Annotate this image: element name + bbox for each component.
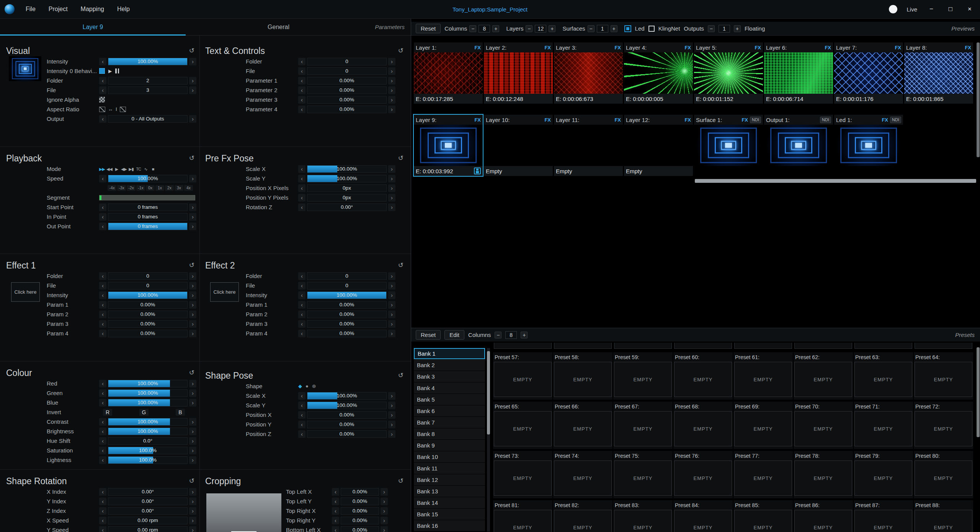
preset-cell[interactable]: Preset 76: EMPTY	[673, 451, 733, 498]
bank-item[interactable]: Bank 2	[414, 360, 485, 371]
fx-badge[interactable]: FX	[544, 45, 551, 50]
decrement-button[interactable]: ‹	[298, 106, 305, 113]
increment-button[interactable]: ›	[388, 175, 395, 182]
bank-item[interactable]: Bank 14	[414, 497, 485, 508]
param-slider[interactable]: 0.0°	[108, 437, 188, 445]
param-slider[interactable]: 0.00%	[341, 526, 379, 532]
layer-thumbnail[interactable]	[694, 125, 763, 166]
increment-button[interactable]: ›	[189, 517, 196, 524]
layer-card[interactable]: Layer 10: FX Empty	[484, 115, 553, 176]
decrement-button[interactable]: ‹	[99, 291, 106, 299]
led-checkbox[interactable]	[624, 25, 631, 32]
layer-card[interactable]: Layer 12: FX Empty	[624, 115, 693, 176]
param-slider[interactable]: 0	[108, 282, 188, 290]
increment-button[interactable]: ›	[189, 498, 196, 505]
param-slider[interactable]: 100.0%	[108, 456, 188, 464]
reset-icon[interactable]: ↺	[189, 369, 194, 377]
preset-cell-partial[interactable]	[614, 343, 672, 349]
minimize-button[interactable]: −	[926, 5, 936, 13]
layer-thumbnail[interactable]	[414, 125, 483, 166]
preset-cell-partial[interactable]	[734, 343, 792, 349]
cropping-preview[interactable]	[206, 493, 281, 532]
preset-cell[interactable]: Preset 68: EMPTY	[673, 402, 733, 449]
param-slider[interactable]: 100.00%	[307, 402, 387, 409]
presets-scrollbar-thumb[interactable]	[977, 347, 980, 437]
layer-thumbnail[interactable]	[554, 52, 623, 94]
decrement-button[interactable]: ‹	[99, 507, 106, 515]
preset-cell[interactable]: Preset 88: EMPTY	[914, 500, 973, 532]
increment-button[interactable]: ›	[189, 58, 196, 65]
aspect-scale-icon[interactable]	[99, 107, 105, 112]
shape-type-icon[interactable]: ●	[305, 383, 309, 389]
fx-badge[interactable]: FX	[474, 117, 481, 123]
bank-item[interactable]: Bank 15	[414, 509, 485, 520]
decrement-button[interactable]: ‹	[99, 517, 106, 524]
preset-cell[interactable]: Preset 79: EMPTY	[854, 451, 913, 498]
decrement-button[interactable]: ‹	[298, 291, 305, 299]
param-slider[interactable]: 100.00%	[307, 165, 387, 173]
playback-mode-icon[interactable]: ◀◀	[106, 166, 112, 172]
columns-increment-button[interactable]: +	[521, 332, 528, 338]
preset-cell[interactable]: Preset 60: EMPTY	[673, 352, 733, 400]
fx-badge[interactable]: FX	[544, 117, 551, 123]
speed-preset-button[interactable]: 0x	[146, 185, 155, 191]
preset-cell[interactable]: Preset 81: EMPTY	[493, 500, 552, 532]
param-slider[interactable]: 100.00%	[307, 291, 387, 299]
layer-card[interactable]: Layer 5: FX E: 0:00:01:152	[694, 42, 763, 104]
param-slider[interactable]: 3	[108, 86, 188, 94]
bank-scrollbar-thumb[interactable]	[487, 351, 490, 434]
param-slider[interactable]: 0.00%	[307, 311, 387, 318]
param-slider[interactable]: 0.00%	[341, 507, 379, 515]
speed-preset-button[interactable]: -1x	[136, 185, 145, 191]
preset-cell[interactable]: Preset 67: EMPTY	[613, 402, 673, 449]
decrement-button[interactable]: ‹	[99, 213, 106, 221]
increment-button[interactable]: ›	[388, 86, 395, 94]
param-slider[interactable]: 0 - All Outputs	[108, 115, 188, 123]
decrement-button[interactable]: ‹	[332, 526, 339, 532]
speed-preset-button[interactable]: 3x	[175, 185, 183, 191]
increment-button[interactable]: ›	[189, 311, 196, 318]
floating-button[interactable]: Floating	[745, 25, 765, 32]
increment-button[interactable]: ›	[388, 106, 395, 113]
increment-button[interactable]: ›	[189, 380, 196, 387]
preset-cell-partial[interactable]	[494, 343, 552, 349]
layer-card[interactable]: Surface 1: FX NDI	[694, 115, 763, 166]
fx-badge[interactable]: FX	[614, 117, 621, 123]
fx-badge[interactable]: FX	[825, 45, 831, 50]
decrement-button[interactable]: ‹	[99, 456, 106, 464]
bank-item[interactable]: Bank 7	[414, 417, 485, 428]
param-slider[interactable]: 0px	[307, 184, 387, 192]
increment-button[interactable]: ›	[388, 301, 395, 309]
decrement-button[interactable]: ‹	[99, 320, 106, 328]
param-slider[interactable]: 100.0%	[108, 447, 188, 454]
increment-button[interactable]: ›	[388, 165, 395, 173]
increment-button[interactable]: ›	[381, 498, 388, 505]
increment-button[interactable]: ›	[381, 526, 388, 532]
presets-edit-button[interactable]: Edit	[444, 330, 464, 340]
preset-cell[interactable]: Preset 87: EMPTY	[854, 500, 913, 532]
layer-card[interactable]: Layer 1: FX E: 0:00:17:285	[414, 42, 483, 104]
increment-button[interactable]: ›	[189, 526, 196, 532]
bank-item[interactable]: Bank 4	[414, 382, 485, 394]
increment-button[interactable]: ›	[381, 488, 388, 496]
param-slider[interactable]: 0.00%	[307, 320, 387, 328]
layer-card[interactable]: Layer 9: FX E: 0:00:03:992	[414, 115, 483, 176]
menu-item[interactable]: File	[19, 6, 42, 13]
param-slider[interactable]: 0.00°	[108, 507, 188, 515]
increment-button[interactable]: ›	[189, 488, 196, 496]
decrement-button[interactable]: ‹	[99, 282, 106, 290]
bank-item[interactable]: Bank 16	[414, 520, 485, 531]
decrement-button[interactable]: ‹	[298, 175, 305, 182]
param-slider[interactable]: 0.00°	[108, 498, 188, 505]
preset-cell[interactable]: Preset 70: EMPTY	[794, 402, 853, 449]
reset-icon[interactable]: ↺	[398, 371, 403, 379]
pause-icon[interactable]	[115, 68, 119, 73]
increment-button[interactable]: ›	[381, 517, 388, 524]
increment-button[interactable]: ›	[388, 411, 395, 419]
decrement-button[interactable]: ‹	[298, 392, 305, 400]
speed-preset-button[interactable]: 2x	[165, 185, 174, 191]
fx-badge[interactable]: FX	[684, 45, 691, 50]
layer-card[interactable]: Layer 8: FX E: 0:00:01:865	[904, 42, 973, 104]
horizontal-scrollbar[interactable]	[695, 179, 976, 183]
param-slider[interactable]: 0.00%	[307, 301, 387, 309]
